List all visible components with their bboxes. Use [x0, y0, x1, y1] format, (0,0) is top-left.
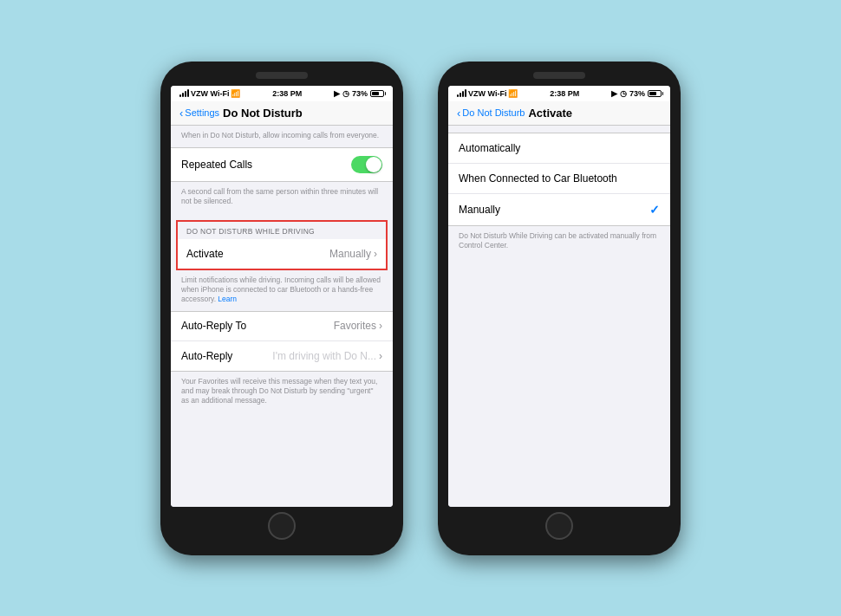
option-automatically[interactable]: Automatically	[448, 133, 670, 164]
repeated-calls-group: Repeated Calls	[171, 147, 393, 182]
back-button-2[interactable]: ‹ Do Not Disturb	[457, 107, 525, 120]
auto-reply-to-current: Favorites	[334, 320, 376, 332]
back-chevron-1: ‹	[179, 107, 183, 120]
top-note-1: When in Do Not Disturb, allow incoming c…	[171, 126, 393, 147]
auto-reply-placeholder: I'm driving with Do N...	[272, 350, 376, 362]
status-left-2: VZW Wi-Fi 📶	[457, 89, 518, 98]
time-1: 2:38 PM	[272, 89, 302, 98]
auto-reply-to-label: Auto-Reply To	[181, 320, 246, 332]
signal-bars-2	[457, 89, 466, 97]
speaker-2	[533, 72, 585, 79]
auto-reply-to-chevron: ›	[379, 320, 382, 332]
auto-reply-to-row[interactable]: Auto-Reply To Favorites ›	[171, 312, 393, 341]
activate-label: Activate	[186, 248, 224, 260]
auto-reply-label: Auto-Reply	[181, 350, 232, 362]
status-bar-2: VZW Wi-Fi 📶 2:38 PM ▶ ◷ 73%	[448, 86, 670, 101]
option-car-bluetooth-label: When Connected to Car Bluetooth	[459, 172, 617, 185]
repeated-calls-toggle[interactable]	[351, 156, 382, 173]
back-chevron-2: ‹	[457, 107, 460, 120]
home-button-1[interactable]	[268, 512, 296, 540]
back-label-1: Settings	[185, 107, 219, 118]
screen-content-2: Automatically When Connected to Car Blue…	[448, 126, 670, 507]
back-button-1[interactable]: ‹ Settings	[179, 107, 219, 120]
screen-1: VZW Wi-Fi 📶 2:38 PM ▶ ◷ 73% ‹ Settings	[171, 86, 393, 507]
battery-fill-2	[649, 92, 656, 95]
auto-reply-chevron: ›	[379, 350, 382, 362]
auto-reply-to-value: Favorites ›	[334, 320, 382, 332]
repeated-calls-row: Repeated Calls	[171, 148, 393, 181]
home-area-1	[171, 507, 393, 545]
speaker-1	[256, 72, 308, 79]
wifi-icon-1: 📶	[231, 89, 240, 98]
signal-bar-3	[185, 91, 186, 97]
status-right-2: ▶ ◷ 73%	[611, 89, 662, 98]
repeated-calls-label: Repeated Calls	[181, 159, 252, 171]
time-2: 2:38 PM	[550, 89, 579, 98]
option-car-bluetooth[interactable]: When Connected to Car Bluetooth	[448, 164, 670, 194]
signal-bar-2-4	[465, 89, 466, 97]
back-label-2: Do Not Disturb	[462, 107, 525, 118]
repeated-calls-note: A second call from the same person withi…	[171, 182, 393, 213]
battery-fill-1	[372, 92, 379, 95]
battery-pct-2: 73%	[629, 89, 645, 98]
page-title-1: Do Not Disturb	[223, 107, 303, 120]
screen-2: VZW Wi-Fi 📶 2:38 PM ▶ ◷ 73% ‹ Do Not D	[448, 86, 670, 507]
learn-link[interactable]: Learn	[218, 295, 237, 303]
spacer-2-top	[448, 126, 670, 133]
alarm-icon-1: ◷	[342, 89, 349, 98]
battery-icon-2	[648, 90, 662, 97]
status-bar-1: VZW Wi-Fi 📶 2:38 PM ▶ ◷ 73%	[171, 86, 393, 101]
signal-bar-2-2	[460, 93, 461, 97]
carrier-2: VZW Wi-Fi	[468, 89, 506, 98]
signal-bar-2	[182, 93, 184, 97]
auto-reply-value: I'm driving with Do N... ›	[272, 350, 382, 362]
activate-chevron: ›	[374, 248, 377, 260]
phone-2: VZW Wi-Fi 📶 2:38 PM ▶ ◷ 73% ‹ Do Not D	[438, 62, 681, 555]
toggle-thumb	[366, 157, 381, 172]
signal-bar-2-1	[457, 94, 459, 97]
dnd-driving-header: DO NOT DISTURB WHILE DRIVING	[178, 222, 386, 239]
auto-reply-group: Auto-Reply To Favorites › Auto-Reply I'm…	[171, 311, 393, 372]
status-right-1: ▶ ◷ 73%	[334, 89, 384, 98]
wifi-icon-2: 📶	[508, 89, 518, 98]
dnd-driving-section: DO NOT DISTURB WHILE DRIVING Activate Ma…	[176, 220, 388, 270]
signal-bar-2-3	[462, 91, 464, 97]
alarm-icon-2: ◷	[620, 89, 627, 98]
page-title-2: Activate	[528, 107, 572, 120]
status-left-1: VZW Wi-Fi 📶	[179, 89, 240, 98]
option-automatically-label: Automatically	[459, 142, 520, 154]
signal-bar-1	[179, 94, 181, 97]
signal-bars-1	[179, 89, 189, 97]
nav-bar-1: ‹ Settings Do Not Disturb	[171, 101, 393, 126]
screen-content-1: When in Do Not Disturb, allow incoming c…	[171, 126, 393, 507]
option-manually-label: Manually	[459, 204, 500, 216]
auto-reply-row[interactable]: Auto-Reply I'm driving with Do N... ›	[171, 341, 393, 371]
activate-options-group: Automatically When Connected to Car Blue…	[448, 133, 670, 226]
nav-bar-2: ‹ Do Not Disturb Activate	[448, 101, 670, 126]
home-area-2	[448, 507, 670, 545]
signal-bar-4	[187, 89, 189, 97]
driving-note: Limit notifications while driving. Incom…	[171, 270, 393, 311]
home-button-2[interactable]	[545, 512, 573, 540]
phones-container: VZW Wi-Fi 📶 2:38 PM ▶ ◷ 73% ‹ Settings	[160, 62, 681, 555]
spacer-1	[171, 213, 393, 220]
carrier-1: VZW Wi-Fi	[191, 89, 229, 98]
activate-row[interactable]: Activate Manually ›	[178, 239, 386, 269]
battery-pct-1: 73%	[352, 89, 368, 98]
activate-value: Manually ›	[329, 248, 377, 260]
location-icon-2: ▶	[611, 89, 617, 98]
option-manually[interactable]: Manually ✓	[448, 194, 670, 225]
activate-note: Do Not Disturb While Driving can be acti…	[448, 226, 670, 257]
phone-1: VZW Wi-Fi 📶 2:38 PM ▶ ◷ 73% ‹ Settings	[160, 62, 403, 555]
location-icon-1: ▶	[334, 89, 340, 98]
checkmark-icon: ✓	[649, 203, 660, 217]
favorites-note: Your Favorites will receive this message…	[171, 372, 393, 412]
battery-icon-1	[370, 90, 384, 97]
activate-current: Manually	[329, 248, 371, 260]
